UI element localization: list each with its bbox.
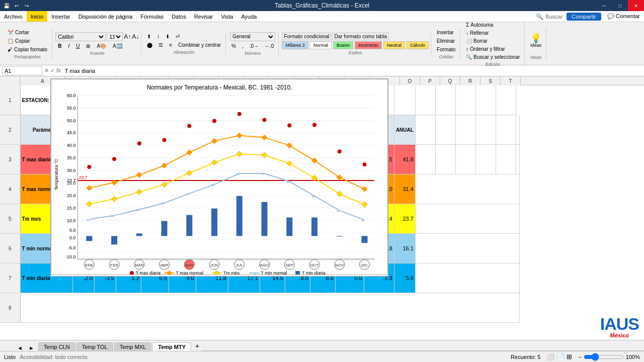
cell-P3[interactable] — [435, 145, 455, 174]
millares2-style[interactable]: Millares 2 — [282, 41, 308, 49]
eliminar-celda-btn[interactable]: Eliminar — [434, 37, 457, 45]
normal-style[interactable]: Normal — [310, 41, 332, 49]
cell-T1[interactable] — [496, 85, 516, 115]
dar-formato-tabla-btn[interactable]: Dar formato como tabla — [332, 33, 389, 40]
row-num[interactable]: 3 — [0, 145, 20, 174]
formula-input[interactable] — [63, 66, 642, 75]
scroll-sheets-left[interactable]: ◄ — [15, 345, 25, 351]
row-num[interactable]: 5 — [0, 204, 20, 234]
close-btn[interactable]: ✕ — [628, 0, 644, 11]
cell-N6[interactable]: 16.1 — [394, 234, 415, 263]
bold-btn[interactable]: B — [55, 42, 64, 50]
thousands-btn[interactable]: , — [239, 42, 246, 50]
align-center-btn[interactable]: ☰ — [156, 41, 166, 49]
row-num[interactable]: 6 — [0, 234, 20, 263]
align-right-btn[interactable]: ≡ — [167, 41, 175, 49]
autosave-toggle[interactable]: 💾 — [2, 1, 11, 10]
cell-Q3[interactable] — [455, 145, 475, 174]
cell-R2[interactable] — [475, 115, 496, 145]
align-bottom-btn[interactable]: ⬇ — [163, 33, 172, 40]
cell-T3[interactable] — [516, 145, 519, 174]
cortar-btn[interactable]: ✂️ Cortar — [5, 29, 32, 36]
name-box[interactable] — [2, 66, 42, 75]
cell-S1[interactable] — [475, 85, 496, 115]
increase-decimal-btn[interactable]: .0→ — [247, 42, 261, 50]
menu-inicio[interactable]: Inicio — [27, 11, 48, 22]
neutral-style[interactable]: Neutral — [383, 41, 405, 49]
rellenar-btn[interactable]: ↓ Rellenar — [463, 29, 491, 37]
menu-revisar[interactable]: Revisar — [190, 11, 217, 22]
ordenar-btn[interactable]: ↕ Ordenar y filtrar — [463, 45, 507, 53]
search-input[interactable]: Buscar — [545, 14, 562, 20]
cell-O1[interactable] — [394, 85, 415, 115]
border-btn[interactable]: ⊞ — [84, 42, 93, 50]
row-num[interactable]: 8 — [0, 293, 20, 323]
percent-btn[interactable]: % — [229, 42, 238, 50]
cell-R1[interactable] — [455, 85, 475, 115]
normal-view-btn[interactable]: ⬜ — [546, 353, 554, 360]
col-header-O[interactable]: O — [400, 76, 420, 85]
decrease-font-btn[interactable]: A↓ — [132, 33, 139, 40]
formato-condicional-btn[interactable]: Formato condicional — [282, 33, 331, 40]
menu-datos[interactable]: Datos — [168, 11, 190, 22]
cell-P1[interactable] — [415, 85, 435, 115]
formato-celda-btn[interactable]: Formato — [434, 46, 458, 53]
align-left-btn[interactable]: ⬤ — [144, 41, 155, 49]
cell-N7[interactable]: 5.6 — [394, 263, 415, 293]
menu-archivo[interactable]: Archivo — [0, 11, 27, 22]
menu-ayuda[interactable]: Ayuda — [237, 11, 261, 22]
autosuma-btn[interactable]: Σ Autosuma — [463, 21, 496, 29]
incorrecto-style[interactable]: Incorrecto — [355, 41, 382, 49]
cell-Q1[interactable] — [435, 85, 455, 115]
sheet-tab-TOL[interactable]: Temp TOL — [76, 342, 113, 351]
fill-color-btn[interactable]: A🎨 — [94, 42, 109, 50]
italic-btn[interactable]: I — [65, 42, 72, 50]
add-sheet-btn[interactable]: + — [192, 342, 202, 350]
minimize-btn[interactable]: ─ — [596, 0, 612, 11]
quick-access-toolbar[interactable]: 💾 ↩ ↪ — [0, 0, 33, 11]
chart-container[interactable]: Normales por Temperatura - Mexicali, BC.… — [50, 85, 388, 277]
cell-S3[interactable] — [496, 145, 516, 174]
col-header-S[interactable]: S — [480, 76, 501, 85]
redo-btn[interactable]: ↪ — [22, 1, 31, 10]
scroll-sheets-right[interactable]: ► — [27, 345, 36, 351]
col-header-T[interactable]: T — [501, 76, 521, 85]
menu-formulas[interactable]: Fórmulas — [136, 11, 168, 22]
sheet-tab-MTY[interactable]: Temp MTY — [152, 342, 191, 351]
maximize-btn[interactable]: □ — [612, 0, 628, 11]
sheet-tab-MXL[interactable]: Temp MXL — [114, 342, 152, 351]
col-header-Q[interactable]: Q — [440, 76, 460, 85]
cell-N3[interactable]: 41.8 — [394, 145, 415, 174]
copiar-formato-btn[interactable]: 🖌 Copiar formato — [5, 46, 50, 53]
font-color-btn[interactable]: A🔤 — [110, 42, 125, 50]
row-num[interactable]: 4 — [0, 174, 20, 204]
cell-N5[interactable]: 23.7 — [394, 204, 415, 234]
page-break-btn[interactable]: ⊞ — [567, 353, 572, 360]
align-top-btn[interactable]: ⬆ — [144, 33, 153, 40]
cell-N2[interactable]: ANUAL — [394, 115, 415, 145]
align-middle-btn[interactable]: ↕ — [154, 33, 162, 40]
menu-disposicion[interactable]: Disposición de página — [74, 11, 137, 22]
menu-insertar[interactable]: Insertar — [47, 11, 74, 22]
col-header-P[interactable]: P — [420, 76, 440, 85]
decrease-decimal-btn[interactable]: ←.0 — [262, 42, 276, 50]
row-num[interactable]: 1 — [0, 85, 20, 115]
calculo-style[interactable]: Cálculo — [407, 41, 429, 49]
row-num[interactable]: 2 — [0, 115, 20, 145]
number-format-select[interactable]: General Número — [230, 32, 275, 41]
cell-Q2[interactable] — [455, 115, 475, 145]
col-header-R[interactable]: R — [460, 76, 480, 85]
borrar-btn[interactable]: ⬜ Borrar — [463, 37, 490, 45]
menu-vista[interactable]: Vista — [217, 11, 237, 22]
font-name-selector[interactable]: Calibri — [55, 32, 106, 41]
zoom-slider[interactable] — [584, 353, 624, 361]
zoom-out-btn[interactable]: − — [578, 354, 581, 360]
comment-btn[interactable]: 💬 Comentar — [603, 12, 644, 21]
undo-btn[interactable]: ↩ — [12, 1, 21, 10]
cell-T2[interactable] — [516, 115, 519, 145]
ideas-btn[interactable]: 💡 Ideas — [528, 28, 544, 54]
buscar-btn[interactable]: 🔍 Buscar y seleccionar — [463, 53, 522, 61]
insertar-celda-btn[interactable]: Insertar — [434, 29, 456, 36]
underline-btn[interactable]: U — [73, 42, 82, 50]
sheet-tab-CLN[interactable]: Temp CLN — [38, 342, 75, 351]
